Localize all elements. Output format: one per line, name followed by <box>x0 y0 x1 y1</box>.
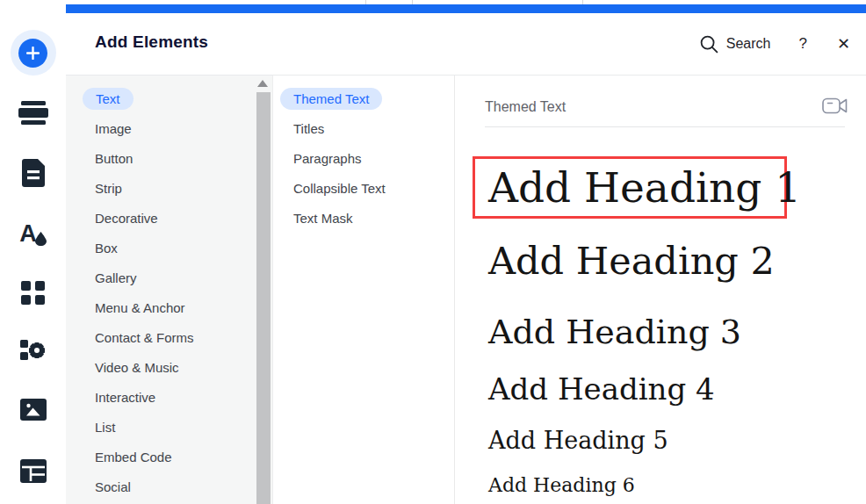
category-column: Text Image Button Strip Decorative Box G… <box>66 76 272 504</box>
sidebar-item-cms[interactable] <box>0 459 66 486</box>
category-item-gallery[interactable]: Gallery <box>66 263 272 292</box>
sidebar-item-page[interactable] <box>0 160 66 190</box>
app-market-icon <box>21 281 45 308</box>
category-list: Text Image Button Strip Decorative Box G… <box>66 83 272 501</box>
add-section-icon <box>18 100 48 128</box>
selected-halo <box>11 30 56 76</box>
category-item-interactive[interactable]: Interactive <box>66 382 272 412</box>
subcategory-item-collapsible-text[interactable]: Collapsible Text <box>273 173 454 203</box>
subcategory-item-themed-text[interactable]: Themed Text <box>273 83 454 113</box>
subcategory-item-text-mask[interactable]: Text Mask <box>273 203 454 233</box>
media-icon <box>20 399 47 424</box>
watch-video-button[interactable] <box>822 95 848 120</box>
subcategory-list: Themed Text Titles Paragraphs Collapsibl… <box>273 83 454 233</box>
heading1-highlight-box[interactable]: Add Heading 1 <box>473 156 787 219</box>
category-item-image[interactable]: Image <box>66 113 272 143</box>
scrollbar-thumb[interactable] <box>256 92 271 504</box>
sidebar-item-app-market[interactable] <box>0 279 66 309</box>
panel-body: Text Image Button Strip Decorative Box G… <box>66 75 866 504</box>
header-actions: Search ? ✕ <box>700 13 850 75</box>
sidebar-item-add-section[interactable] <box>0 99 66 129</box>
category-item-contact-forms[interactable]: Contact & Forms <box>66 322 272 352</box>
category-item-video-music[interactable]: Video & Music <box>66 352 272 382</box>
add-heading-4[interactable]: Add Heading 4 <box>488 371 715 407</box>
scrollbar-up-arrow[interactable] <box>257 80 268 87</box>
sidebar-item-my-business[interactable] <box>0 336 66 368</box>
category-item-strip[interactable]: Strip <box>66 173 272 203</box>
search-button[interactable]: Search <box>700 35 771 54</box>
category-item-button[interactable]: Button <box>66 143 272 173</box>
wix-editor-add-panel: A <box>0 0 866 504</box>
page-title: Add Elements <box>95 32 208 52</box>
sidebar-item-media[interactable] <box>0 398 66 424</box>
category-item-decorative[interactable]: Decorative <box>66 203 272 233</box>
editor-sidebar: A <box>0 0 66 504</box>
category-item-text[interactable]: Text <box>66 83 272 113</box>
subcategory-item-paragraphs[interactable]: Paragraphs <box>273 143 454 173</box>
panel-header: Add Elements Search ? ✕ <box>66 13 866 75</box>
category-item-menu-anchor[interactable]: Menu & Anchor <box>66 292 272 322</box>
section-title: Themed Text <box>485 99 566 115</box>
category-item-embed-code[interactable]: Embed Code <box>66 442 272 472</box>
help-button[interactable]: ? <box>798 35 806 53</box>
page-icon <box>22 159 45 191</box>
plus-icon <box>18 39 47 68</box>
search-label: Search <box>726 36 771 52</box>
sidebar-item-site-design[interactable]: A <box>0 218 66 249</box>
cms-table-icon <box>20 459 47 486</box>
site-design-icon: A <box>19 222 47 246</box>
section-divider <box>485 126 845 127</box>
add-heading-1[interactable]: Add Heading 1 <box>475 163 801 212</box>
selection-highlight-bar <box>66 4 866 13</box>
add-heading-3[interactable]: Add Heading 3 <box>488 313 741 351</box>
my-business-icon <box>20 337 47 367</box>
themed-text-panel: Themed Text Add Heading 1 Add Heading 2 … <box>455 76 866 504</box>
add-heading-2[interactable]: Add Heading 2 <box>488 239 775 283</box>
category-item-list[interactable]: List <box>66 412 272 442</box>
category-item-box[interactable]: Box <box>66 233 272 263</box>
subcategory-column: Themed Text Titles Paragraphs Collapsibl… <box>272 76 455 504</box>
close-button[interactable]: ✕ <box>837 36 850 52</box>
search-icon <box>700 35 718 54</box>
category-item-social[interactable]: Social <box>66 472 272 501</box>
sidebar-item-add-elements[interactable] <box>0 30 66 76</box>
add-heading-6[interactable]: Add Heading 6 <box>488 474 635 496</box>
add-heading-5[interactable]: Add Heading 5 <box>488 427 668 454</box>
subcategory-item-titles[interactable]: Titles <box>273 113 454 143</box>
